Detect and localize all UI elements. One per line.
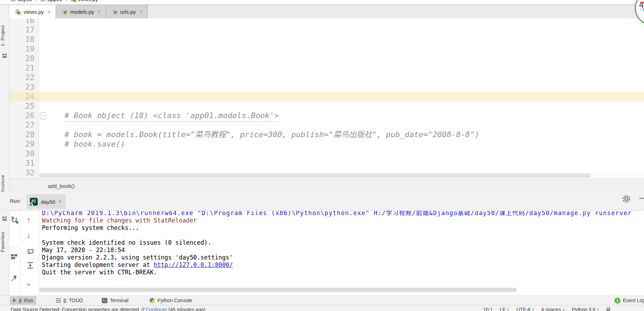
console-line: Performing system checks... [42, 224, 644, 232]
todo-list-icon [56, 298, 61, 303]
line-number: 25 [13, 101, 35, 111]
chevron-down-icon: ▲▼ [597, 308, 599, 311]
chevron-down-icon: ▲▼ [562, 308, 565, 311]
arrow-down-icon[interactable]: ↓ [27, 231, 31, 239]
run-console-output[interactable]: D:\PyCharm 2019.1.3\bin\runnerw64.exe "D… [39, 211, 644, 287]
console-line: Starting development server at http://12… [42, 261, 644, 269]
line-number: 16 [13, 18, 35, 25]
run-toolwindow-icon [13, 298, 16, 303]
tab-models-py[interactable]: models.py × [56, 5, 106, 18]
breadcrumb-label: day50 [18, 0, 32, 2]
caret-position-widget[interactable]: 10:1 [483, 307, 493, 311]
chevron-down-icon: ▲▼ [532, 308, 534, 311]
arrow-up-icon[interactable]: ↑ [27, 216, 31, 224]
line-number: 28 [13, 130, 35, 139]
rerun-icon[interactable]: ↻ [10, 216, 18, 224]
close-icon[interactable]: × [139, 9, 143, 14]
status-bar: Data Source Detected: Connection propert… [0, 305, 644, 311]
toolwindow-bar: 4: Run 6: TODO >_ Terminal Python Consol… [0, 295, 644, 305]
console-line: May 17, 2020 - 22:18:54 [42, 246, 644, 254]
breadcrumb-separator: / [66, 0, 67, 2]
toolwindow-label: Event Log [623, 298, 644, 303]
toolwindow-button-todo[interactable]: 6: TODO [53, 296, 86, 305]
tab-label: urls.py [120, 9, 136, 15]
toolwindow-button-python-console[interactable]: Python Console [146, 296, 195, 305]
tab-label: views.py [24, 9, 44, 15]
console-line: Watching for file changes with StatReloa… [42, 217, 644, 224]
sidebar-item-favorites[interactable]: Favorites [0, 224, 9, 260]
toolwindow-button-event-log[interactable]: 1 Event Log [611, 296, 644, 305]
indent-widget[interactable]: 4 spaces▲▼ [541, 307, 565, 311]
editor-horizontal-scrollbar[interactable] [39, 173, 644, 178]
gear-icon[interactable] [622, 194, 631, 203]
close-icon[interactable]: × [48, 9, 51, 15]
line-number: 27 [13, 120, 35, 130]
console-line: Quit the server with CTRL-BREAK. [42, 269, 644, 276]
folder-icon [11, 0, 15, 1]
run-config-tab-day50[interactable]: dj day50 × [26, 194, 66, 209]
server-url-link[interactable]: http://127.0.0.1:8000/ [154, 261, 233, 268]
running-indicator-icon [29, 202, 33, 207]
console-line: Django version 2.2.3, using settings 'da… [42, 254, 644, 261]
line-number: 19 [13, 44, 35, 54]
console-horizontal-scrollbar[interactable] [39, 287, 644, 292]
viewer-delta: ↑1 [640, 7, 644, 12]
breadcrumb-item-views[interactable]: views.py [71, 0, 98, 2]
toolwindow-button-run[interactable]: 4: Run [10, 296, 36, 305]
hide-toolwindow-icon[interactable] [639, 198, 644, 199]
sidebar-item-project[interactable]: 1: Project [0, 19, 9, 52]
code-line-28: # book = models.Book(title="菜鸟教程", price… [46, 130, 479, 139]
scrollbar-thumb[interactable] [39, 173, 591, 178]
code-line-29: # book.save() [46, 139, 125, 149]
line-number: 20 [13, 54, 35, 63]
python-file-icon [71, 0, 76, 1]
line-number: 22 [13, 73, 35, 82]
python-file-icon [112, 9, 118, 14]
breadcrumb: day50 / app01 / views.py [0, 0, 644, 5]
interpreter-widget[interactable]: Python 3.6▲▼ [572, 307, 599, 311]
toolwindow-label: 4: Run [19, 298, 33, 303]
left-tool-stripe: 1: Project 7: Structure Favorites [0, 5, 10, 295]
python-file-icon [62, 9, 67, 14]
more-actions-icon[interactable]: » [27, 280, 31, 288]
breadcrumb-item-day50[interactable]: day50 [11, 0, 32, 2]
code-editor[interactable]: 1617181920212223242526272829303132 − # B… [9, 18, 644, 179]
pin-icon[interactable] [11, 274, 18, 283]
tab-views-py[interactable]: views.py × [6, 5, 56, 19]
encoding-widget[interactable]: UTF-8▲▼ [517, 307, 534, 311]
fold-marker-icon[interactable]: − [40, 112, 46, 119]
code-line-26: # Book object (18) <class 'app01.models.… [46, 111, 279, 120]
toolwindow-label: Python Console [157, 298, 192, 303]
error-stripe-mark [640, 2, 644, 4]
close-icon[interactable]: × [58, 199, 62, 205]
caret-row-highlight [9, 92, 644, 101]
toolwindow-button-terminal[interactable]: >_ Terminal [99, 296, 132, 305]
line-number: 26 [13, 111, 35, 120]
scrollbar-thumb[interactable] [39, 288, 517, 292]
toolbar-divider [39, 211, 39, 295]
status-message: Data Source Detected: Connection propert… [11, 307, 205, 311]
event-log-badge: 1 [614, 298, 620, 304]
terminal-icon: >_ [102, 298, 107, 303]
breadcrumb-separator: / [36, 0, 37, 2]
line-separator-widget[interactable]: LF▲▼ [500, 307, 509, 311]
lock-icon[interactable] [606, 309, 610, 311]
configure-link[interactable]: Configure [146, 307, 167, 311]
breadcrumb-item-app01[interactable]: app01 [40, 0, 62, 2]
breadcrumb-label: views.py [78, 0, 98, 2]
line-number: 21 [13, 63, 35, 73]
toolwindow-label: Terminal [110, 298, 129, 303]
breadcrumb-label: app01 [48, 0, 62, 2]
line-number: 30 [13, 149, 35, 158]
breadcrumb-function[interactable]: add_book() [48, 183, 75, 189]
toolbar-divider [20, 211, 20, 293]
chevron-down-icon: ▲▼ [507, 308, 509, 311]
toolwindow-label: 6: TODO [63, 298, 83, 303]
close-icon[interactable]: × [98, 9, 101, 14]
tab-urls-py[interactable]: urls.py × [106, 5, 148, 18]
restore-layout-icon[interactable] [11, 254, 18, 261]
scroll-to-end-icon[interactable] [26, 262, 34, 270]
django-icon: dj [30, 198, 38, 206]
soft-wrap-icon[interactable] [26, 248, 34, 257]
console-line: D:\PyCharm 2019.1.3\bin\runnerw64.exe "D… [42, 211, 644, 217]
